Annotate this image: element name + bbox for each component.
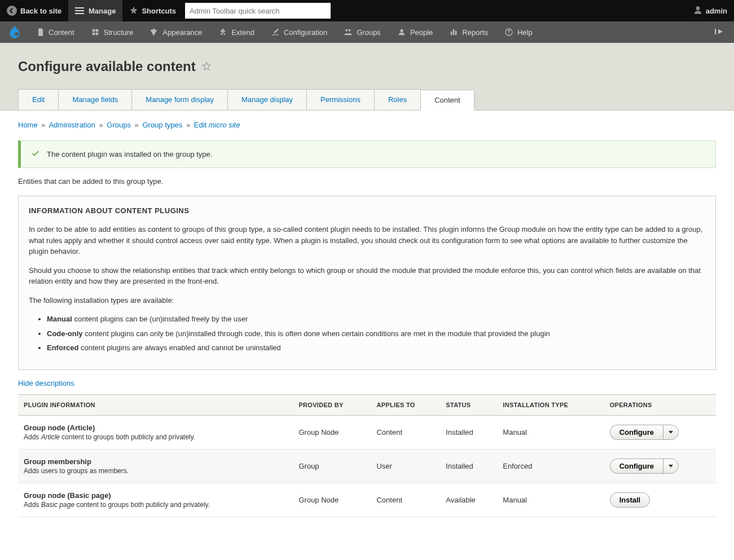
manage-button[interactable]: Manage (68, 0, 122, 21)
breadcrumb-edit[interactable]: Edit micro site (194, 121, 240, 129)
header-region: Configure available content EditManage f… (0, 43, 734, 111)
configuration-icon (270, 28, 280, 37)
info-box-p2: Should you choose to show the relationsh… (29, 265, 705, 287)
plugin-description: Adds Basic page content to groups both p… (24, 501, 287, 509)
shortcuts-button[interactable]: Shortcuts (122, 0, 183, 21)
cell-status: Installed (440, 415, 497, 449)
hide-descriptions-link[interactable]: Hide descriptions (18, 379, 74, 387)
configure-button[interactable]: Configure (610, 458, 663, 474)
admin-search (185, 3, 331, 19)
breadcrumb-home[interactable]: Home (18, 121, 38, 129)
th-applies: Applies to (371, 394, 440, 415)
th-provided: Provided by (293, 394, 371, 415)
info-box: Information about content plugins In ord… (18, 196, 716, 370)
shortcuts-label: Shortcuts (142, 7, 176, 15)
admin-search-input[interactable] (185, 3, 331, 19)
install-button[interactable]: Install (610, 492, 651, 508)
cell-installType: Manual (497, 483, 604, 517)
info-box-title: Information about content plugins (29, 206, 705, 215)
plugin-name: Group node (Article) (24, 424, 287, 432)
th-operations: Operations (604, 394, 716, 415)
tab-row: EditManage fieldsManage form displayMana… (18, 89, 716, 110)
cell-installType: Manual (497, 415, 604, 449)
info-box-p3: The following installation types are ava… (29, 295, 705, 306)
user-menu-button[interactable]: admin (687, 0, 734, 21)
info-box-li1: Manual content plugins can be (un)instal… (47, 314, 705, 325)
check-icon (31, 149, 40, 160)
cell-installType: Enforced (497, 449, 604, 483)
plugin-name: Group node (Basic page) (24, 491, 287, 500)
cell-applies: User (371, 449, 440, 483)
plugin-name: Group membership (24, 457, 287, 466)
tab-manage-display[interactable]: Manage display (227, 89, 307, 110)
cell-provided: Group (293, 449, 371, 483)
plugin-description: Adds Article content to groups both publ… (24, 433, 287, 441)
collapse-toolbar-button[interactable] (709, 28, 729, 37)
back-to-site-label: Back to site (20, 7, 61, 15)
people-icon (397, 28, 407, 37)
collapse-icon (715, 28, 724, 36)
status-message: The content plugin was installed on the … (18, 140, 716, 168)
svg-rect-1 (75, 10, 84, 11)
back-to-site-button[interactable]: Back to site (0, 0, 68, 21)
tab-roles[interactable]: Roles (374, 89, 421, 110)
cell-status: Available (440, 483, 497, 517)
dropdown-toggle-button[interactable] (663, 425, 679, 440)
table-row: Group node (Basic page)Adds Basic page c… (18, 483, 716, 517)
toolbar-top: Back to site Manage Shortcuts admin (0, 0, 734, 21)
table-row: Group node (Article)Adds Article content… (18, 415, 716, 449)
tab-content[interactable]: Content (420, 90, 474, 111)
th-plugin: Plugin information (18, 394, 293, 415)
groups-icon (343, 28, 353, 37)
cell-applies: Content (371, 483, 440, 517)
admin-menu-structure[interactable]: Structure (82, 21, 142, 43)
drupal-logo-icon[interactable] (7, 24, 23, 40)
intro-text: Entities that can be added to this group… (18, 177, 716, 186)
dropdown-toggle-button[interactable] (663, 458, 679, 474)
tab-manage-fields[interactable]: Manage fields (58, 89, 132, 110)
page-title: Configure available content (18, 59, 716, 74)
content-icon (36, 27, 45, 37)
breadcrumb-groups[interactable]: Groups (107, 121, 131, 129)
page-title-text: Configure available content (18, 59, 196, 74)
manage-label: Manage (89, 7, 116, 15)
plugin-description: Adds users to groups as members. (24, 467, 287, 475)
user-label: admin (706, 7, 727, 15)
main-content: Home » Administration » Groups » Group t… (0, 111, 734, 540)
tab-manage-form-display[interactable]: Manage form display (131, 89, 228, 110)
reports-icon (449, 28, 459, 37)
cell-provided: Group Node (293, 483, 371, 517)
info-box-p1: In order to be able to add entities as c… (29, 224, 705, 257)
svg-point-3 (15, 32, 19, 36)
cell-applies: Content (371, 415, 440, 449)
caret-down-icon (669, 465, 673, 468)
admin-menu-configuration[interactable]: Configuration (262, 21, 335, 43)
admin-menu-people[interactable]: People (389, 21, 441, 43)
status-message-text: The content plugin was installed on the … (47, 150, 212, 158)
breadcrumb-group-types[interactable]: Group types (142, 121, 182, 129)
structure-icon (90, 28, 100, 37)
breadcrumb-admin[interactable]: Administration (49, 121, 95, 129)
admin-menu-reports[interactable]: Reports (441, 21, 496, 43)
admin-menu-groups[interactable]: Groups (335, 21, 389, 43)
extend-icon (218, 28, 228, 37)
tab-edit[interactable]: Edit (18, 89, 59, 110)
admin-menu-appearance[interactable]: Appearance (141, 21, 210, 43)
svg-rect-0 (75, 7, 84, 8)
admin-menu-content[interactable]: Content (28, 21, 82, 43)
admin-menu-extend[interactable]: Extend (210, 21, 262, 43)
svg-rect-2 (75, 13, 84, 14)
favorite-star-button[interactable] (201, 59, 212, 74)
tab-permissions[interactable]: Permissions (306, 89, 375, 110)
admin-menu-help[interactable]: Help (496, 21, 540, 43)
cell-status: Installed (440, 449, 497, 483)
plugins-table: Plugin information Provided by Applies t… (18, 394, 716, 517)
star-icon (129, 6, 138, 16)
help-icon (504, 28, 514, 37)
caret-down-icon (669, 431, 673, 434)
info-box-li2: Code-only content plugins can only be (u… (47, 328, 705, 339)
configure-button[interactable]: Configure (610, 425, 663, 440)
breadcrumb: Home » Administration » Groups » Group t… (18, 121, 716, 129)
cell-provided: Group Node (293, 415, 371, 449)
th-install-type: Installation type (497, 394, 604, 415)
